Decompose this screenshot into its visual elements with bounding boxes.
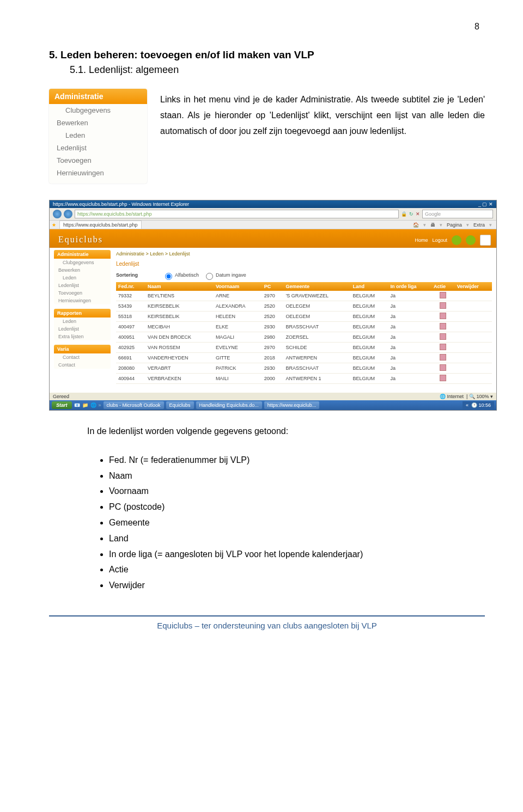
refresh-icon[interactable]: ↻ <box>409 211 413 217</box>
sort-option-datum[interactable]: Datum ingave <box>203 272 246 278</box>
status-left: Gereed <box>53 394 69 399</box>
favorites-icon[interactable]: ★ <box>52 222 56 228</box>
start-button[interactable]: Start <box>52 401 72 409</box>
col-actie: Actie <box>431 282 455 291</box>
table-cell: BELGIUM <box>351 301 388 312</box>
actie-cell[interactable] <box>431 374 455 384</box>
menu-item-clubgegevens[interactable]: Clubgegevens <box>49 104 147 117</box>
sidebar-item[interactable]: Contact <box>54 353 111 361</box>
table-cell: BELGIUM <box>351 312 388 322</box>
table-cell: HELEEN <box>214 312 262 322</box>
edit-icon[interactable] <box>440 333 446 340</box>
verwijder-cell[interactable] <box>455 374 492 384</box>
list-item: PC (postcode) <box>109 499 485 515</box>
sidebar-item[interactable]: Clubgegevens <box>54 259 111 266</box>
extra-menu[interactable]: Extra <box>473 222 485 228</box>
verwijder-cell[interactable] <box>455 332 492 343</box>
table-cell: 2970 <box>262 343 284 353</box>
table-cell: BELGIUM <box>351 332 388 343</box>
list-item: Land <box>109 531 485 547</box>
table-cell: 208080 <box>116 363 145 374</box>
table-cell: 'S GRAVENWEZEL <box>284 291 351 301</box>
taskbar-button[interactable]: clubs - Microsoft Outlook <box>104 401 164 409</box>
menu-item-ledenlijst[interactable]: Ledenlijst <box>49 142 147 154</box>
verwijder-cell[interactable] <box>455 291 492 301</box>
admin-menu-header: Administratie <box>49 89 147 104</box>
verwijder-cell[interactable] <box>455 312 492 322</box>
table-cell: Ja <box>388 332 431 343</box>
table-cell: 2980 <box>262 332 284 343</box>
sidebar-item[interactable]: Contact <box>54 361 111 369</box>
verwijder-cell[interactable] <box>455 322 492 332</box>
edit-icon[interactable] <box>440 313 446 319</box>
table-cell: Ja <box>388 353 431 363</box>
quick-launch-icon[interactable]: 📁 <box>82 402 88 408</box>
edit-icon[interactable] <box>440 364 446 371</box>
menu-item-bewerken[interactable]: Bewerken <box>49 117 147 129</box>
system-tray[interactable]: « 🕑 10:56 <box>463 401 494 409</box>
table-cell: BELGIUM <box>351 353 388 363</box>
verwijder-cell[interactable] <box>455 363 492 374</box>
verwijder-cell[interactable] <box>455 343 492 353</box>
browser-tab[interactable]: https://www.equiclubs.be/start.php <box>59 221 142 229</box>
back-button[interactable] <box>53 210 62 218</box>
ledenlijst-table: Fed.nr. Naam Voornaam PC Gemeente Land I… <box>116 282 492 384</box>
actie-cell[interactable] <box>431 312 455 322</box>
home-link[interactable]: Home <box>415 237 428 243</box>
taskbar-button[interactable]: https://www.equiclub... <box>264 401 320 409</box>
table-cell: 2970 <box>262 291 284 301</box>
actie-cell[interactable] <box>431 322 455 332</box>
sidebar-item[interactable]: Leden <box>54 318 111 325</box>
url-input[interactable]: https://www.equiclubs.be/start.php <box>75 210 399 218</box>
menu-item-leden[interactable]: Leden <box>49 129 147 142</box>
logout-link[interactable]: Logout <box>432 237 447 243</box>
sidebar-item[interactable]: Hernieuwingen <box>54 297 111 304</box>
pagina-menu[interactable]: Pagina <box>447 222 462 228</box>
actie-cell[interactable] <box>431 353 455 363</box>
verwijder-cell[interactable] <box>455 301 492 312</box>
menu-item-toevoegen[interactable]: Toevoegen <box>49 154 147 167</box>
taskbar-button[interactable]: Handleiding Equiclubs.do... <box>196 401 262 409</box>
sidebar-item[interactable]: Ledenlijst <box>54 282 111 289</box>
sidebar-item[interactable]: Toevoegen <box>54 289 111 297</box>
sidebox-header: Varia <box>54 345 111 353</box>
search-input[interactable]: Google <box>422 210 493 218</box>
sidebar-item[interactable]: Bewerken <box>54 266 111 274</box>
taskbar-button[interactable]: Equiclubs <box>166 401 194 409</box>
forward-button[interactable] <box>64 210 72 218</box>
edit-icon[interactable] <box>440 375 446 381</box>
table-cell: BELGIUM <box>351 374 388 384</box>
table-row: 66691VANDERHEYDENGITTE2018ANTWERPENBELGI… <box>116 353 492 363</box>
status-right: 🌐 Internet | 🔍 100% ▾ <box>440 394 493 399</box>
quick-launch-icon[interactable]: 🌐 <box>90 402 96 408</box>
home-icon[interactable]: 🏠 <box>413 222 419 228</box>
actie-cell[interactable] <box>431 332 455 343</box>
sidebar-item[interactable]: Ledenlijst <box>54 325 111 333</box>
edit-icon[interactable] <box>440 323 446 329</box>
actie-cell[interactable] <box>431 343 455 353</box>
sidebar-item[interactable]: Leden <box>54 274 111 282</box>
actie-cell[interactable] <box>431 363 455 374</box>
edit-icon[interactable] <box>440 354 446 361</box>
table-cell: Ja <box>388 374 431 384</box>
feed-icon[interactable]: 🖶 <box>430 222 435 228</box>
window-controls[interactable]: _ ▢ ✕ <box>478 202 493 207</box>
quick-launch-icon[interactable]: 📧 <box>74 402 80 408</box>
sidebar-item[interactable]: Extra lijsten <box>54 333 111 340</box>
sort-option-alfabetisch[interactable]: Alfabetisch <box>162 272 199 278</box>
col-gemeente: Gemeente <box>284 282 351 291</box>
heading-5: 5. Leden beheren: toevoegen en/of lid ma… <box>49 49 485 61</box>
table-cell: 2018 <box>262 353 284 363</box>
table-cell: ANTWERPEN 1 <box>284 374 351 384</box>
table-cell: SCHILDE <box>284 343 351 353</box>
actie-cell[interactable] <box>431 291 455 301</box>
menu-item-hernieuwingen[interactable]: Hernieuwingen <box>49 167 147 179</box>
edit-icon[interactable] <box>440 344 446 350</box>
edit-icon[interactable] <box>440 302 446 309</box>
edit-icon[interactable] <box>440 292 446 298</box>
verwijder-cell[interactable] <box>455 353 492 363</box>
table-cell: EVELYNE <box>214 343 262 353</box>
actie-cell[interactable] <box>431 301 455 312</box>
table-cell: MECIBAH <box>145 322 214 332</box>
stop-icon[interactable]: ✕ <box>416 211 420 217</box>
